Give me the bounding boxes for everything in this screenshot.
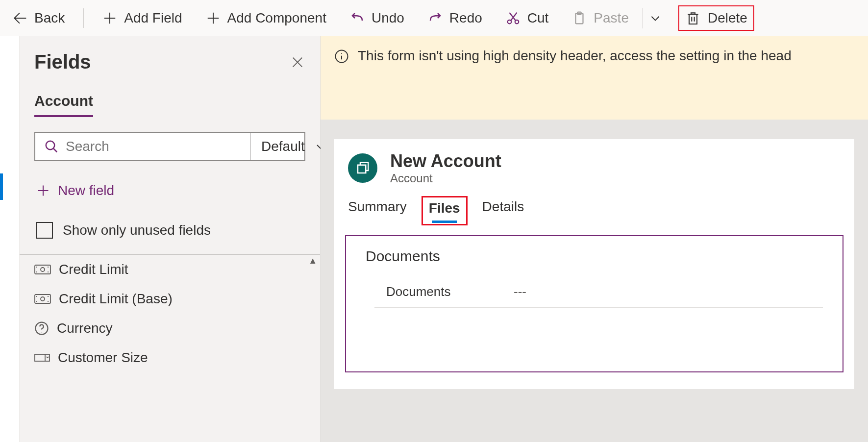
- main: Fields Account Default New field Show on…: [0, 36, 868, 442]
- field-item[interactable]: Credit Limit (Base): [20, 284, 320, 314]
- currency-icon: [34, 264, 51, 275]
- redo-button[interactable]: Redo: [421, 6, 489, 30]
- form-tabs: Summary Files Details: [334, 191, 854, 225]
- add-field-button[interactable]: Add Field: [96, 6, 189, 30]
- toolbar: Back Add Field Add Component Undo Redo C…: [0, 0, 868, 36]
- info-banner: This form isn't using high density heade…: [321, 36, 868, 120]
- unused-fields-toggle[interactable]: Show only unused fields: [34, 215, 305, 246]
- trash-icon: [685, 10, 701, 26]
- scroll-up-icon[interactable]: ▲: [308, 256, 317, 266]
- form-canvas: This form isn't using high density heade…: [321, 36, 868, 442]
- optionset-icon: [34, 352, 50, 364]
- form-preview: New Account Account Summary Files Detail…: [334, 139, 854, 389]
- field-item[interactable]: Customer Size: [20, 343, 320, 372]
- field-label: Credit Limit (Base): [59, 291, 173, 307]
- paste-button[interactable]: Paste: [565, 6, 636, 30]
- plus-icon: [206, 11, 221, 25]
- redo-icon: [428, 11, 443, 25]
- account-icon: [355, 161, 370, 175]
- svg-point-6: [41, 268, 45, 271]
- search-input[interactable]: [66, 139, 241, 154]
- new-field-label: New field: [58, 183, 114, 198]
- tab-details[interactable]: Details: [482, 199, 524, 221]
- back-button[interactable]: Back: [5, 6, 72, 30]
- svg-rect-5: [35, 265, 50, 274]
- field-list: ▲ Credit Limit Credit Limit (Base) Curre…: [20, 254, 320, 442]
- question-icon: [34, 321, 49, 336]
- filter-label: Default: [261, 139, 305, 154]
- documents-label: Documents: [386, 284, 514, 299]
- rail-active-indicator: [0, 173, 3, 200]
- entity-icon: [348, 153, 377, 183]
- close-icon: [290, 54, 305, 70]
- delete-label: Delete: [708, 10, 747, 26]
- field-item[interactable]: Currency: [20, 314, 320, 343]
- add-component-button[interactable]: Add Component: [199, 6, 333, 30]
- paste-dropdown[interactable]: [643, 8, 669, 28]
- delete-button-highlight: Delete: [678, 5, 754, 31]
- close-button[interactable]: [290, 54, 305, 70]
- redo-label: Redo: [449, 10, 482, 26]
- field-label: Customer Size: [58, 350, 148, 366]
- fields-title: Fields: [34, 51, 91, 73]
- undo-label: Undo: [372, 10, 404, 26]
- search-row: Default: [34, 132, 305, 161]
- chevron-down-icon: [649, 12, 662, 25]
- scissors-icon: [506, 11, 521, 25]
- search-icon: [44, 139, 59, 154]
- svg-point-4: [46, 141, 55, 150]
- banner-text: This form isn't using high density heade…: [358, 48, 792, 64]
- back-label: Back: [34, 10, 65, 26]
- undo-icon: [350, 11, 365, 25]
- arrow-left-icon: [12, 10, 27, 26]
- checkbox-icon: [36, 222, 53, 239]
- unused-fields-label: Show only unused fields: [63, 222, 211, 238]
- info-icon: [334, 49, 349, 64]
- form-title: New Account: [390, 151, 501, 172]
- plus-icon: [102, 11, 117, 25]
- currency-icon: [34, 293, 51, 305]
- documents-section[interactable]: Documents Documents ---: [345, 235, 843, 372]
- cut-label: Cut: [527, 10, 549, 26]
- new-field-button[interactable]: New field: [34, 176, 305, 205]
- tab-summary[interactable]: Summary: [348, 199, 407, 221]
- plus-icon: [36, 184, 50, 197]
- field-label: Currency: [57, 320, 113, 336]
- svg-rect-7: [35, 295, 50, 303]
- tab-files-highlight: Files: [422, 196, 468, 225]
- delete-button[interactable]: Delete: [684, 8, 748, 28]
- tab-files[interactable]: Files: [429, 200, 460, 222]
- undo-button[interactable]: Undo: [343, 6, 411, 30]
- add-component-label: Add Component: [227, 10, 326, 26]
- documents-value: ---: [514, 284, 526, 299]
- left-rail: [0, 36, 20, 442]
- form-subtitle: Account: [390, 172, 501, 185]
- field-label: Credit Limit: [59, 262, 128, 277]
- fields-panel: Fields Account Default New field Show on…: [20, 36, 321, 442]
- divider: [83, 8, 84, 28]
- paste-icon: [572, 11, 587, 25]
- add-field-label: Add Field: [124, 10, 182, 26]
- field-item[interactable]: Credit Limit: [20, 255, 320, 284]
- section-title: Documents: [366, 248, 823, 265]
- documents-row: Documents ---: [374, 276, 823, 308]
- cut-button[interactable]: Cut: [499, 6, 556, 30]
- paste-label: Paste: [594, 10, 629, 26]
- form-header: New Account Account: [334, 139, 854, 191]
- svg-point-8: [41, 297, 45, 301]
- svg-rect-12: [358, 165, 366, 173]
- search-box[interactable]: [35, 133, 250, 160]
- entity-tab[interactable]: Account: [34, 93, 93, 117]
